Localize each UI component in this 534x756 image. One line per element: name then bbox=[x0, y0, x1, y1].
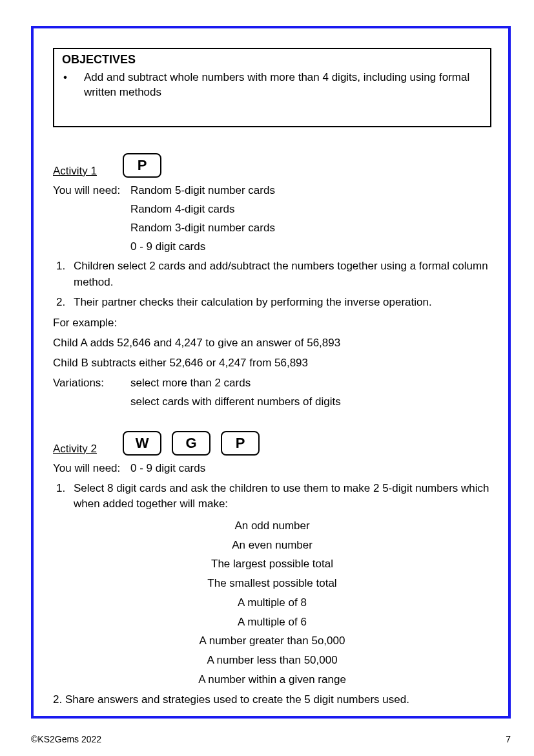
tag-g: G bbox=[172, 431, 211, 456]
step-item: Their partner checks their calculation b… bbox=[68, 295, 491, 311]
tag-p: P bbox=[123, 153, 161, 178]
example-line: Child A adds 52,646 and 4,247 to give an… bbox=[53, 334, 491, 353]
bullet-dot: • bbox=[62, 70, 81, 85]
activity1-header: Activity 1 P bbox=[53, 153, 491, 178]
need-item: Random 3-digit number cards bbox=[130, 219, 491, 238]
page-footer: ©KS2Gems 2022 7 bbox=[31, 734, 511, 744]
variations-label: Variations: bbox=[53, 374, 130, 412]
target-item: An odd number bbox=[53, 516, 491, 536]
activity2-targets: An odd number An even number The largest… bbox=[53, 516, 491, 689]
page-number: 7 bbox=[506, 734, 511, 744]
activity1-label: Activity 1 bbox=[53, 165, 97, 178]
example-label: For example: bbox=[53, 314, 491, 333]
activity2-step2: 2. Share answers and strategies used to … bbox=[53, 691, 491, 709]
activity1-steps: Children select 2 cards and add/subtract… bbox=[53, 258, 491, 310]
target-item: A number within a given range bbox=[53, 670, 491, 689]
target-item: A multiple of 8 bbox=[53, 593, 491, 613]
need-item: Random 5-digit number cards bbox=[130, 182, 491, 200]
need-label: You will need: bbox=[53, 459, 130, 478]
activity2-needs: You will need: 0 - 9 digit cards bbox=[53, 459, 491, 478]
example-line: Child B subtracts either 52,646 or 4,247… bbox=[53, 354, 491, 373]
activity1-variations: Variations: select more than 2 cards sel… bbox=[53, 374, 491, 412]
need-item: 0 - 9 digit cards bbox=[130, 238, 491, 257]
step-item: Select 8 digit cards and ask the childre… bbox=[68, 481, 491, 512]
activity2-label: Activity 2 bbox=[53, 443, 97, 456]
tag-p: P bbox=[221, 431, 260, 456]
objectives-box: OBJECTIVES • Add and subtract whole numb… bbox=[53, 48, 491, 127]
target-item: The largest possible total bbox=[53, 554, 491, 574]
target-item: A number less than 50,000 bbox=[53, 651, 491, 670]
activity2-steps: Select 8 digit cards and ask the childre… bbox=[53, 481, 491, 512]
target-item: A multiple of 6 bbox=[53, 613, 491, 632]
need-label: You will need: bbox=[53, 182, 130, 257]
tag-w: W bbox=[123, 431, 161, 456]
need-item: 0 - 9 digit cards bbox=[130, 459, 491, 478]
activity1-needs: You will need: Random 5-digit number car… bbox=[53, 182, 491, 257]
target-item: The smallest possible total bbox=[53, 574, 491, 593]
activity2-header: Activity 2 W G P bbox=[53, 431, 491, 456]
variation-item: select more than 2 cards bbox=[130, 374, 341, 393]
objectives-text: Add and subtract whole numbers with more… bbox=[81, 70, 482, 100]
variation-item: select cards with different numbers of d… bbox=[130, 393, 341, 412]
step-item: Children select 2 cards and add/subtract… bbox=[68, 258, 491, 290]
target-item: A number greater than 5o,000 bbox=[53, 631, 491, 651]
copyright: ©KS2Gems 2022 bbox=[31, 734, 101, 744]
objectives-title: OBJECTIVES bbox=[62, 53, 482, 67]
objectives-item: • Add and subtract whole numbers with mo… bbox=[62, 70, 482, 100]
need-item: Random 4-digit cards bbox=[130, 200, 491, 219]
target-item: An even number bbox=[53, 536, 491, 555]
page-frame: OBJECTIVES • Add and subtract whole numb… bbox=[31, 26, 511, 719]
